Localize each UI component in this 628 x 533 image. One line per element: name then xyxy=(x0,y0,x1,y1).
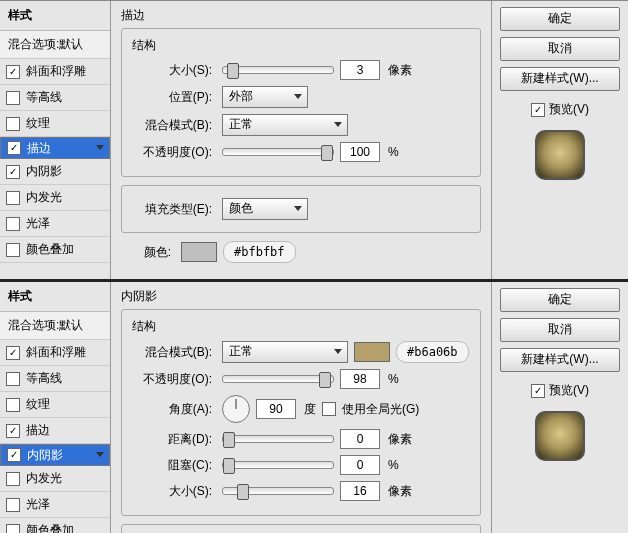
opacity-unit: % xyxy=(388,372,399,386)
style-checkbox[interactable] xyxy=(7,141,21,155)
sidebar-item-label: 描边 xyxy=(27,139,51,157)
choke-input[interactable]: 0 xyxy=(340,455,380,475)
sidebar-item[interactable]: 内阴影 xyxy=(0,159,110,185)
style-checkbox[interactable] xyxy=(6,398,20,412)
opacity-slider[interactable] xyxy=(222,148,334,156)
size-input[interactable]: 16 xyxy=(340,481,380,501)
style-checkbox[interactable] xyxy=(6,165,20,179)
choke-label: 阻塞(C): xyxy=(132,457,216,474)
sidebar-item[interactable]: 纹理 xyxy=(0,392,110,418)
color-hex: #bfbfbf xyxy=(223,241,296,263)
sidebar-item-label: 颜色叠加 xyxy=(26,241,74,258)
distance-input[interactable]: 0 xyxy=(340,429,380,449)
sidebar-item[interactable]: 光泽 xyxy=(0,211,110,237)
cancel-button[interactable]: 取消 xyxy=(500,318,620,342)
global-light-checkbox[interactable] xyxy=(322,402,336,416)
sidebar-header: 样式 xyxy=(0,1,110,31)
blend-options-default[interactable]: 混合选项:默认 xyxy=(0,31,110,59)
style-checkbox[interactable] xyxy=(6,372,20,386)
style-checkbox[interactable] xyxy=(6,191,20,205)
sidebar-item-label: 光泽 xyxy=(26,496,50,513)
opacity-input[interactable]: 98 xyxy=(340,369,380,389)
blend-options-default[interactable]: 混合选项:默认 xyxy=(0,312,110,340)
sidebar-item[interactable]: 内发光 xyxy=(0,466,110,492)
blend-mode-row: 混合模式(B): 正常 #b6a06b xyxy=(132,341,470,363)
preview-label: 预览(V) xyxy=(549,382,589,399)
size-unit: 像素 xyxy=(388,483,412,500)
style-checkbox[interactable] xyxy=(6,346,20,360)
panel-title: 内阴影 xyxy=(121,288,481,305)
sidebar-item[interactable]: 颜色叠加 xyxy=(0,237,110,263)
fill-group: 填充类型(E): 颜色 xyxy=(121,185,481,233)
opacity-input[interactable]: 100 xyxy=(340,142,380,162)
shadow-color-swatch[interactable] xyxy=(354,342,390,362)
ok-button[interactable]: 确定 xyxy=(500,7,620,31)
structure-group: 结构 大小(S): 3 像素 位置(P): 外部 混合模式(B): 正常 不透明… xyxy=(121,28,481,177)
sidebar-item[interactable]: 描边 xyxy=(0,418,110,444)
style-checkbox[interactable] xyxy=(6,117,20,131)
sidebar-item[interactable]: 光泽 xyxy=(0,492,110,518)
blend-mode-select[interactable]: 正常 xyxy=(222,341,348,363)
fill-type-select[interactable]: 颜色 xyxy=(222,198,308,220)
choke-row: 阻塞(C): 0 % xyxy=(132,455,470,475)
preview-row[interactable]: 预览(V) xyxy=(500,382,620,399)
blend-mode-label: 混合模式(B): xyxy=(132,117,216,134)
style-checkbox[interactable] xyxy=(6,524,20,534)
size-slider[interactable] xyxy=(222,66,334,74)
style-checkbox[interactable] xyxy=(7,448,21,462)
structure-label: 结构 xyxy=(132,37,470,54)
choke-unit: % xyxy=(388,458,399,472)
stroke-settings: 描边 结构 大小(S): 3 像素 位置(P): 外部 混合模式(B): 正常 … xyxy=(111,1,492,279)
fill-type-row: 填充类型(E): 颜色 xyxy=(132,198,470,220)
structure-label: 结构 xyxy=(132,318,470,335)
angle-dial[interactable] xyxy=(222,395,250,423)
ok-button[interactable]: 确定 xyxy=(500,288,620,312)
style-checkbox[interactable] xyxy=(6,65,20,79)
sidebar-item-label: 描边 xyxy=(26,422,50,439)
sidebar-item[interactable]: 颜色叠加 xyxy=(0,518,110,533)
sidebar-item[interactable]: 内阴影 xyxy=(0,444,110,466)
position-select[interactable]: 外部 xyxy=(222,86,308,108)
opacity-row: 不透明度(O): 100 % xyxy=(132,142,470,162)
style-checkbox[interactable] xyxy=(6,424,20,438)
sidebar-item[interactable]: 等高线 xyxy=(0,85,110,111)
shadow-color-hex: #b6a06b xyxy=(396,341,469,363)
size-unit: 像素 xyxy=(388,62,412,79)
cancel-button[interactable]: 取消 xyxy=(500,37,620,61)
style-checkbox[interactable] xyxy=(6,91,20,105)
new-style-button[interactable]: 新建样式(W)... xyxy=(500,67,620,91)
new-style-button[interactable]: 新建样式(W)... xyxy=(500,348,620,372)
opacity-row: 不透明度(O): 98 % xyxy=(132,369,470,389)
panel-inner-shadow: 样式 混合选项:默认 斜面和浮雕等高线纹理描边内阴影内发光光泽颜色叠加渐变叠加图… xyxy=(0,279,628,533)
size-input[interactable]: 3 xyxy=(340,60,380,80)
sidebar-item[interactable]: 描边 xyxy=(0,137,110,159)
distance-slider[interactable] xyxy=(222,435,334,443)
opacity-slider[interactable] xyxy=(222,375,334,383)
sidebar-item[interactable]: 斜面和浮雕 xyxy=(0,59,110,85)
global-light-label: 使用全局光(G) xyxy=(342,401,419,418)
style-checkbox[interactable] xyxy=(6,243,20,257)
color-label: 颜色: xyxy=(131,244,175,261)
color-swatch[interactable] xyxy=(181,242,217,262)
size-row: 大小(S): 16 像素 xyxy=(132,481,470,501)
sidebar-item[interactable]: 纹理 xyxy=(0,111,110,137)
sidebar-item-label: 内发光 xyxy=(26,470,62,487)
preview-checkbox[interactable] xyxy=(531,103,545,117)
choke-slider[interactable] xyxy=(222,461,334,469)
position-label: 位置(P): xyxy=(132,89,216,106)
style-checkbox[interactable] xyxy=(6,498,20,512)
sidebar-item-label: 光泽 xyxy=(26,215,50,232)
sidebar-item[interactable]: 内发光 xyxy=(0,185,110,211)
sidebar-item[interactable]: 等高线 xyxy=(0,366,110,392)
sidebar-item-label: 斜面和浮雕 xyxy=(26,63,86,80)
size-label: 大小(S): xyxy=(132,62,216,79)
style-checkbox[interactable] xyxy=(6,217,20,231)
angle-input[interactable]: 90 xyxy=(256,399,296,419)
style-checkbox[interactable] xyxy=(6,472,20,486)
preview-checkbox[interactable] xyxy=(531,384,545,398)
preview-row[interactable]: 预览(V) xyxy=(500,101,620,118)
sidebar-item[interactable]: 斜面和浮雕 xyxy=(0,340,110,366)
sidebar-item-label: 内阴影 xyxy=(26,163,62,180)
blend-mode-select[interactable]: 正常 xyxy=(222,114,348,136)
size-slider[interactable] xyxy=(222,487,334,495)
